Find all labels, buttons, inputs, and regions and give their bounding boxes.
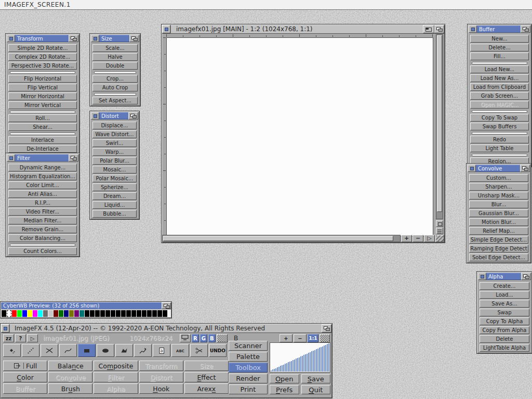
palette-swatch[interactable] [22,310,27,317]
close-gadget[interactable] [478,273,486,280]
delete-button[interactable]: Delete... [470,44,529,51]
depth-gadget[interactable] [69,35,78,42]
grab-screen-button[interactable]: Grab Screen... [470,92,529,100]
resize-gadget[interactable] [435,235,444,242]
screen-titlebar[interactable]: IMAGEFX_SCREEN.1 [0,0,532,10]
palette-swatch[interactable] [28,310,32,317]
save-as-button[interactable]: Save As... [480,300,529,308]
help-button[interactable]: ? [15,334,26,342]
depth-gadget[interactable] [521,273,531,280]
palette-swatch[interactable] [38,310,43,317]
convolve-button[interactable]: Convolve [48,372,92,382]
text-tool-button[interactable]: ABC [171,344,189,357]
balance-button[interactable]: Balance [48,361,92,371]
anti-alias-button[interactable]: Anti Alias... [8,190,77,198]
pan-button[interactable]: ▷ [424,235,435,242]
load-from-clipboard-button[interactable]: Load from Clipboard [470,83,529,91]
palette-button[interactable]: Palette [229,352,268,362]
palette-swatch[interactable] [116,310,121,317]
depth-gadget[interactable] [322,324,331,332]
palette-swatch[interactable] [100,310,105,317]
simple-edge-detect-button[interactable]: Simple Edge Detect... [469,236,528,244]
panel-titlebar[interactable]: Distort [91,112,138,119]
clipboard-tool-button[interactable]: a [153,344,170,357]
redo-button[interactable]: Redo [470,136,529,143]
close-gadget[interactable] [91,35,99,42]
palette-swatch[interactable] [126,310,131,317]
interlace-button[interactable]: Interlace [8,136,77,144]
copy-to-swap-button[interactable]: Copy To Swap [470,114,529,122]
depth-gadget[interactable] [129,35,139,42]
palette-swatch[interactable] [17,310,22,317]
size-button[interactable]: Size [184,361,229,371]
alpha-button[interactable]: Alpha [94,383,138,394]
r-i-p-button[interactable]: R.I.P... [8,199,77,207]
depth-gadget[interactable] [521,25,530,33]
wave-distort-button[interactable]: Wave Distort... [92,130,137,138]
scale-button[interactable]: Scale... [92,44,138,52]
relief-map-button[interactable]: Relief Map... [469,227,528,235]
palette-swatch[interactable] [74,310,79,317]
green-channel-button[interactable]: G [200,334,207,342]
load-button[interactable]: Load... [480,291,529,299]
palette-swatch[interactable] [7,310,11,317]
delete-button[interactable]: Delete [480,335,529,343]
palette-swatch[interactable] [64,310,69,317]
blue-channel-button[interactable]: B [208,334,216,342]
panel-titlebar[interactable]: Size [91,35,139,42]
zoom-in-button[interactable]: + [280,334,292,342]
gaussian-blur-button[interactable]: Gaussian Blur... [469,209,528,217]
palette-swatch[interactable] [69,310,74,317]
panel-titlebar[interactable]: Alpha [478,273,531,280]
screen-gadget-button[interactable] [436,220,443,227]
ruler-toggle-button[interactable] [436,228,443,234]
airbrush-tool-button[interactable] [22,344,39,357]
color-button[interactable]: Color [3,372,47,382]
light-table-button[interactable]: Light Table [470,144,529,152]
halve-button[interactable]: Halve [92,53,138,61]
fill-button[interactable]: Fill... [470,52,529,60]
palette-swatch[interactable] [152,310,157,317]
palette-swatch[interactable] [79,310,84,317]
scrollbar-thumb[interactable] [163,236,393,241]
close-gadget[interactable] [91,112,99,119]
image-window-titlebar[interactable]: imagefx01.jpg [MAIN] - 1:2 (1024x768, 1:… [162,25,444,34]
zoom-one-to-one-button[interactable]: 1:1 [308,334,318,342]
liquid-button[interactable]: Liquid... [92,201,137,209]
close-gadget[interactable] [1,324,9,332]
polar-blur-button[interactable]: Polar Blur... [92,157,137,165]
sobel-edge-detect-button[interactable]: Sobel Edge Detect... [469,254,528,261]
copy-to-alpha-button[interactable]: Copy To Alpha [480,317,529,325]
palette-swatch[interactable] [147,310,152,317]
close-gadget[interactable] [469,25,477,33]
swirl-button[interactable]: Swirl... [92,139,137,147]
flip-horizontal-button[interactable]: Flip Horizontal [8,75,77,83]
effect-button[interactable]: Effect [184,372,229,382]
undo-tool-button[interactable]: UNDO [209,344,227,357]
palette-swatch[interactable] [157,310,162,317]
dream-button[interactable]: Dream... [92,192,137,200]
brush-button[interactable]: Brush [48,383,92,394]
panel-titlebar[interactable]: Transform [7,35,78,42]
mosaic-button[interactable]: Mosaic... [92,166,137,174]
palette-swatch[interactable] [2,310,6,317]
freehand-draw-tool-button[interactable] [134,344,152,357]
lighttable-alpha-button[interactable]: LightTable Alpha [480,344,529,352]
zoom-in-button[interactable]: + [401,235,412,242]
play-button[interactable]: ▷ [27,334,38,342]
palette-swatch[interactable] [12,310,17,317]
palette-swatch[interactable] [163,310,167,317]
create-button[interactable]: Create... [480,282,529,290]
complex-2d-rotate-button[interactable]: Complex 2D Rotate... [8,53,77,61]
close-gadget[interactable] [468,165,476,172]
filter-button[interactable]: Filter [94,372,138,382]
palette-window-titlebar[interactable]: CyberWB Preview: (32 of 256 shown) [1,302,171,309]
panel-titlebar[interactable]: Buffer [469,25,530,33]
motion-blur-button[interactable]: Motion Blur... [469,218,528,226]
palette-swatch[interactable] [85,310,89,317]
freehand-cut-tool-button[interactable] [41,344,58,357]
render-button[interactable]: Render [229,374,268,383]
palette-swatch[interactable] [131,310,136,317]
palette-swatch[interactable] [105,310,110,317]
toolbar-titlebar[interactable]: ImageFX 4.5 (12-Apr-20) -- © 1992-2020 A… [1,324,331,333]
